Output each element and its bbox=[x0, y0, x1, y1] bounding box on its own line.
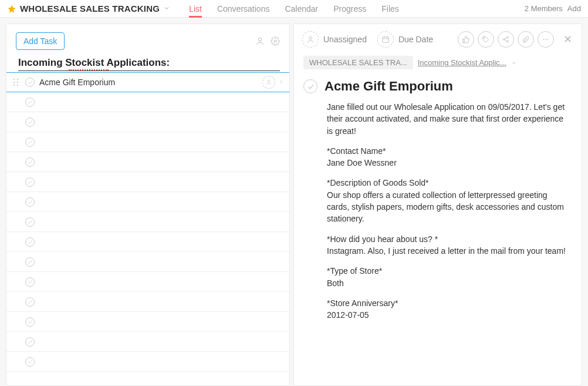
calendar-icon[interactable] bbox=[377, 31, 394, 48]
left-toolbar: Add Task bbox=[6, 24, 289, 57]
main-area: Add Task Incoming Stockist Applications:… bbox=[0, 18, 588, 386]
close-icon[interactable]: ✕ bbox=[563, 33, 572, 46]
svg-point-7 bbox=[17, 85, 18, 86]
task-row[interactable]: Acme Gift Emporium bbox=[6, 72, 289, 92]
tab-list[interactable]: List bbox=[189, 0, 202, 17]
svg-point-17 bbox=[506, 41, 508, 42]
project-title[interactable]: WHOLESALE SALES TRACKING bbox=[20, 4, 160, 14]
add-task-button[interactable]: Add Task bbox=[16, 32, 65, 50]
svg-point-20 bbox=[543, 39, 545, 40]
view-tabs: ListConversationsCalendarProgressFiles bbox=[189, 0, 399, 17]
task-row-empty[interactable] bbox=[6, 272, 289, 292]
task-detail-panel: Unassigned Due Date bbox=[293, 24, 582, 386]
svg-point-0 bbox=[258, 38, 261, 41]
svg-point-21 bbox=[545, 39, 546, 40]
task-row-empty[interactable] bbox=[6, 112, 289, 132]
attachment-icon[interactable] bbox=[518, 31, 534, 48]
complete-check-icon[interactable] bbox=[25, 257, 35, 267]
task-row-empty[interactable] bbox=[6, 132, 289, 152]
svg-point-1 bbox=[274, 40, 276, 42]
complete-check-icon[interactable] bbox=[25, 157, 35, 167]
complete-check-icon[interactable] bbox=[25, 337, 35, 347]
complete-check-icon[interactable] bbox=[25, 317, 35, 327]
complete-check-icon[interactable] bbox=[25, 297, 35, 307]
task-row-empty[interactable] bbox=[6, 252, 289, 272]
description-paragraph: *Store Anniversary*2012-07-05 bbox=[327, 297, 570, 321]
description-paragraph: *Contact Name*Jane Doe Wessner bbox=[327, 145, 570, 169]
svg-point-2 bbox=[13, 79, 15, 80]
svg-point-16 bbox=[506, 36, 508, 38]
chevron-down-icon[interactable] bbox=[163, 4, 170, 14]
members-count[interactable]: 2 Members bbox=[525, 4, 563, 13]
tab-files[interactable]: Files bbox=[381, 0, 399, 17]
section-title[interactable]: Incoming Stockist Applications: bbox=[18, 57, 280, 71]
section-title-text: Incoming Stockist Applications: bbox=[18, 57, 170, 68]
breadcrumb-project[interactable]: WHOLESALE SALES TRA... bbox=[303, 56, 413, 69]
task-row-empty[interactable] bbox=[6, 332, 289, 352]
assignee-avatar-icon[interactable] bbox=[302, 31, 319, 48]
svg-point-5 bbox=[17, 82, 18, 83]
header-right: 2 Members Add bbox=[525, 4, 581, 13]
complete-check-icon[interactable] bbox=[25, 118, 35, 127]
task-row-empty[interactable] bbox=[6, 92, 289, 112]
task-title[interactable]: Acme Gift Emporium bbox=[325, 79, 453, 94]
task-row-empty[interactable] bbox=[6, 212, 289, 232]
complete-check-icon[interactable] bbox=[25, 217, 35, 227]
detail-toolbar: Unassigned Due Date bbox=[294, 24, 582, 52]
due-date-label[interactable]: Due Date bbox=[398, 35, 433, 44]
breadcrumb-section[interactable]: Incoming Stockist Applic... bbox=[418, 58, 506, 67]
drag-handle-icon[interactable] bbox=[11, 78, 21, 86]
chevron-right-icon[interactable] bbox=[278, 78, 285, 87]
gear-icon[interactable] bbox=[271, 36, 280, 46]
star-icon[interactable] bbox=[7, 4, 16, 14]
svg-point-15 bbox=[503, 39, 505, 41]
app-header: WHOLESALE SALES TRACKING ListConversatio… bbox=[0, 0, 588, 18]
tab-calendar[interactable]: Calendar bbox=[285, 0, 318, 17]
svg-point-14 bbox=[484, 38, 485, 39]
complete-check-icon[interactable] bbox=[303, 79, 317, 93]
svg-line-19 bbox=[505, 40, 507, 41]
task-row-empty[interactable] bbox=[6, 352, 289, 372]
detail-title-row: Acme Gift Emporium bbox=[294, 73, 582, 99]
task-description[interactable]: Jane filled out our Wholesale Applicatio… bbox=[294, 99, 582, 347]
task-row-empty[interactable] bbox=[6, 232, 289, 252]
tab-conversations[interactable]: Conversations bbox=[217, 0, 270, 17]
complete-check-icon[interactable] bbox=[25, 197, 35, 207]
assignee-label[interactable]: Unassigned bbox=[323, 35, 367, 44]
complete-check-icon[interactable] bbox=[25, 177, 35, 187]
complete-check-icon[interactable] bbox=[25, 277, 35, 287]
assignee-placeholder-icon[interactable] bbox=[262, 76, 275, 89]
description-paragraph: Jane filled out our Wholesale Applicatio… bbox=[327, 101, 570, 137]
task-row-empty[interactable] bbox=[6, 152, 289, 172]
more-icon[interactable] bbox=[538, 31, 554, 48]
svg-line-18 bbox=[505, 38, 507, 39]
svg-point-6 bbox=[13, 85, 15, 86]
breadcrumb: WHOLESALE SALES TRA... Incoming Stockist… bbox=[294, 52, 582, 73]
svg-point-9 bbox=[309, 36, 312, 39]
complete-check-icon[interactable] bbox=[25, 237, 35, 247]
svg-point-22 bbox=[548, 39, 549, 40]
description-paragraph: *How did you hear about us? *Instagram. … bbox=[327, 233, 570, 257]
task-list: Acme Gift Emporium bbox=[6, 72, 289, 372]
complete-check-icon[interactable] bbox=[25, 78, 35, 87]
chevron-down-icon[interactable] bbox=[511, 58, 517, 68]
task-row-empty[interactable] bbox=[6, 292, 289, 312]
share-icon[interactable] bbox=[498, 31, 514, 48]
svg-point-3 bbox=[17, 79, 18, 80]
task-row-empty[interactable] bbox=[6, 192, 289, 212]
tab-progress[interactable]: Progress bbox=[333, 0, 366, 17]
complete-check-icon[interactable] bbox=[25, 98, 35, 107]
tag-icon[interactable] bbox=[478, 31, 494, 48]
description-paragraph: *Description of Goods Sold*Our shop offe… bbox=[327, 177, 570, 224]
add-member-link[interactable]: Add bbox=[567, 4, 581, 13]
svg-point-4 bbox=[13, 82, 15, 83]
thumbs-up-icon[interactable] bbox=[458, 31, 474, 48]
complete-check-icon[interactable] bbox=[25, 357, 35, 367]
complete-check-icon[interactable] bbox=[25, 137, 35, 147]
description-paragraph: *Type of Store*Both bbox=[327, 265, 570, 289]
task-row-empty[interactable] bbox=[6, 312, 289, 332]
detail-actions bbox=[458, 31, 554, 48]
task-row-empty[interactable] bbox=[6, 172, 289, 192]
spell-underline bbox=[69, 69, 109, 71]
person-icon[interactable] bbox=[255, 36, 265, 46]
